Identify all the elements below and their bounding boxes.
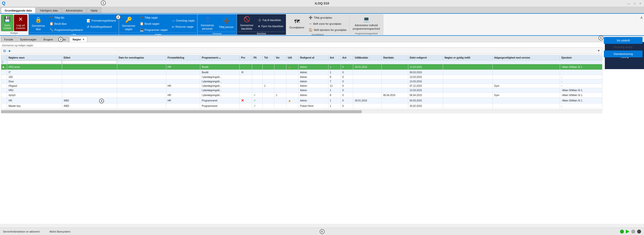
- expand-cell[interactable]: [1, 93, 7, 98]
- tab-administration[interactable]: Administration: [62, 7, 86, 13]
- formateringstilstand-btn[interactable]: 📝 Formateringstilstand: [85, 18, 118, 24]
- expand-cell[interactable]: [1, 98, 7, 103]
- filter-etiket[interactable]: [62, 60, 117, 64]
- maximize-btn[interactable]: □: [633, 2, 637, 5]
- filter-etiket-input[interactable]: [62, 60, 117, 64]
- cell-programmering: Bestilt: [200, 64, 240, 70]
- tab-grundlaggende-data[interactable]: Grundlæggende data: [1, 7, 36, 13]
- table-row[interactable]: HhgasdHRI planlægningstil...1Admin11007.…: [1, 84, 602, 88]
- tilfoj-grundplan-label: Tilføj grundplan: [314, 16, 332, 19]
- th-tid[interactable]: Tid: [263, 55, 274, 60]
- table-row[interactable]: ITBestilt⚙Admin1009.03.2015: [1, 70, 602, 75]
- bestil-lase-btn[interactable]: 📋 Bestil låse: [48, 21, 84, 27]
- nav-tab-nogler[interactable]: Nøgler ×: [70, 37, 88, 42]
- overdrag-nogle-btn[interactable]: ↔ Overdrag nøgle: [170, 18, 196, 24]
- gennemse-blackliste-btn[interactable]: 🚫 Gennemseblackliste: [238, 15, 256, 32]
- th-redigeret[interactable]: Redigeret af: [298, 55, 328, 60]
- cell-pro: ✕: [240, 98, 252, 103]
- th-ant2[interactable]: Ant: [341, 55, 353, 60]
- expand-cell[interactable]: [1, 84, 7, 88]
- cell-pro: [240, 79, 252, 84]
- th-adgang[interactable]: Adgangsrettighed med version: [492, 55, 560, 60]
- filter-navn[interactable]: [7, 60, 62, 64]
- filter-dropdown-icon[interactable]: ▼: [597, 49, 600, 53]
- th-navn[interactable]: Nøglens navn: [7, 55, 62, 60]
- tab-yderligere-data[interactable]: Yderligere data: [36, 7, 62, 13]
- bestil-nogler-btn[interactable]: 📋 Bestil nøgler: [138, 21, 170, 27]
- programmer-nogler-btn[interactable]: 💻 Programmer nøgler: [138, 27, 170, 33]
- cell-ver: [274, 64, 286, 70]
- th-firma[interactable]: Firma/afdeling: [166, 55, 200, 60]
- table-row[interactable]: DoorI planlægningstil...Admin7013.03.201…: [1, 79, 602, 84]
- gem-btn[interactable]: 💾 Gem Opdater: [1, 15, 14, 31]
- vis-udskrift-btn[interactable]: Vis udskrift: [604, 42, 642, 44]
- nav-tab-forside[interactable]: Forside: [1, 37, 16, 42]
- gennemse-nogler-btn[interactable]: 🔑 Gennemsenøgler: [120, 15, 138, 32]
- cell-tid: [263, 70, 274, 75]
- indicator-dark: [637, 229, 641, 233]
- th-dato[interactable]: Dato for overdragelse: [117, 55, 166, 60]
- table-wrapper[interactable]: Nøglens navn Etiket Dato for overdragels…: [1, 55, 602, 109]
- nav-tab-systemnogler[interactable]: Systemnøgler: [17, 37, 40, 42]
- nav-tab-brugere[interactable]: Brugere: [40, 37, 56, 42]
- administrer-indhold-btn[interactable]: 💻 Administrer indholdprogrammeringsenhed: [350, 15, 382, 32]
- standardvisning-btn[interactable]: Standardvisning: [604, 51, 642, 57]
- cell-udlabsdato: 29.01.2016: [353, 98, 382, 103]
- gennemse-personer-btn[interactable]: 👤 Gennemsepersoner: [198, 15, 216, 32]
- th-ant1[interactable]: Ant: [328, 55, 341, 60]
- horizontal-scrollbar[interactable]: [1, 110, 602, 113]
- logud-btn[interactable]: ✕ Log ud Datakilde: [14, 15, 28, 31]
- ribbon-expand[interactable]: ∧: [639, 14, 644, 35]
- th-pa[interactable]: På: [252, 55, 262, 60]
- gennemse-lase-btn[interactable]: 🔒 Gennemselåse: [30, 15, 47, 32]
- lase-group-label: Låse: [30, 33, 118, 36]
- table-row[interactable]: HR4982HRProgrammeret✕✓▲Admin1029.01.2016…: [1, 98, 602, 103]
- cell-sidst: 07.12.2015: [408, 84, 443, 88]
- th-udl[interactable]: Udl: [286, 55, 298, 60]
- tilfoj-grundplan-btn[interactable]: ➕ Tilføj grundplan: [307, 15, 348, 20]
- expand-cell[interactable]: ▶: [1, 64, 7, 70]
- blackliste-col: ➕ Føj til blackliste ✕ Fjern fra blackli…: [256, 18, 285, 29]
- cell-adgang: [492, 88, 560, 93]
- tab-hjalp[interactable]: Hjælp: [87, 7, 101, 13]
- scroll-thumb[interactable]: [1, 110, 362, 113]
- expand-cell[interactable]: [1, 88, 7, 93]
- expand-cell[interactable]: [1, 75, 7, 79]
- th-ejendom[interactable]: Ejendom: [560, 55, 602, 60]
- fjern-fra-blackliste-btn[interactable]: ✕ Fjern fra blackliste: [256, 24, 285, 29]
- th-etiket[interactable]: Etiket: [62, 55, 117, 60]
- table-row[interactable]: ▶HR2-tempHRBestilt▲Admin1029.01.201613.0…: [1, 64, 602, 70]
- tilfoj-las-btn[interactable]: ➕ Tilføj lås: [48, 15, 84, 20]
- th-startdato[interactable]: Startdato: [382, 55, 408, 60]
- expand-cell[interactable]: [1, 70, 7, 75]
- programmeringstilstand-btn[interactable]: 🔧 Programmeringstilstand: [48, 27, 84, 33]
- grundplaner-btn[interactable]: 🗺 Grundplaner: [287, 17, 306, 30]
- skift-zone-btn[interactable]: ↔ Skift zone for grundplan: [307, 21, 348, 27]
- cell-sidst: 09.03.2015: [408, 70, 443, 75]
- filter-navn-input[interactable]: [7, 60, 62, 64]
- close-btn[interactable]: ×: [638, 2, 642, 5]
- tilfoj-person-btn[interactable]: ➕ Tilføj person: [216, 17, 236, 30]
- table-row[interactable]: Master key4983Programmeret✓Pukari Henri1…: [1, 103, 602, 109]
- tilfoj-nogle-btn[interactable]: ➕ Tilføj nøgle: [138, 15, 170, 20]
- returner-nogle-btn[interactable]: ↩ Returner nøgle: [170, 24, 196, 30]
- table-row[interactable]: 100I planlægningstil...Admin8013.03.2015…: [1, 75, 602, 79]
- personer-group-label: Personer: [198, 32, 236, 35]
- expand-cell[interactable]: [1, 79, 7, 84]
- th-pro[interactable]: Pro: [240, 55, 252, 60]
- th-udlabsdato[interactable]: Udlåbsdato: [353, 55, 382, 60]
- foj-til-blackliste-btn[interactable]: ➕ Føj til blackliste: [256, 18, 285, 23]
- minimize-btn[interactable]: —: [626, 2, 631, 5]
- skift-ejendom-btn[interactable]: 🏠 Skift ejendom for grundplan: [307, 27, 348, 33]
- cell-firma: [166, 88, 200, 93]
- expand-cell[interactable]: [1, 103, 7, 109]
- nulstillingstilstand-btn[interactable]: ↺ Nulstillingstilstand: [85, 24, 118, 30]
- table-row[interactable]: HR2I planlægningstil...Admin1013.03.2015…: [1, 88, 602, 93]
- table-row[interactable]: rtyrtyrtHRI planlægningstil...✓1Admin800…: [1, 93, 602, 98]
- th-gyldig[interactable]: Nøglen er gyldig indtil: [443, 55, 493, 60]
- th-ver[interactable]: Ver: [274, 55, 286, 60]
- th-programmering[interactable]: Programmerin: [200, 55, 240, 60]
- nogler-tab-close[interactable]: ×: [82, 38, 84, 41]
- th-sidst[interactable]: Sidst redigeret: [408, 55, 443, 60]
- ribbon: 💾 Gem Opdater ✕ Log ud Datakilde Rediger…: [0, 14, 644, 36]
